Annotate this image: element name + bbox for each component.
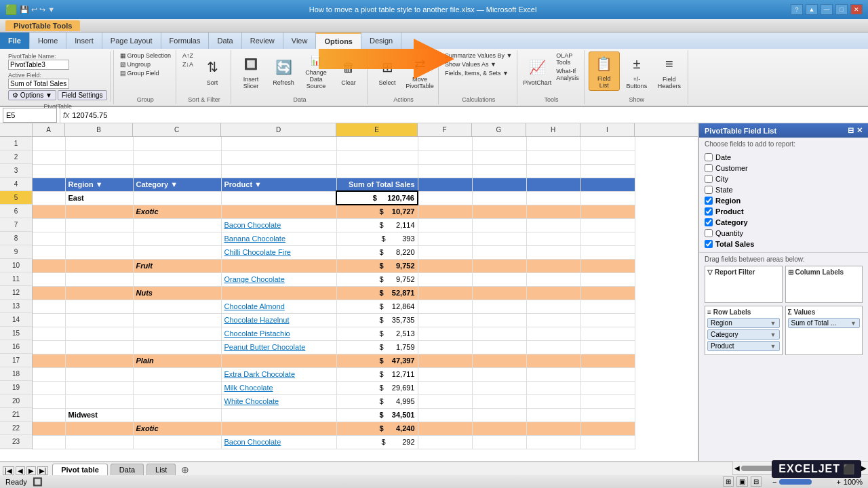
row-10[interactable]: 10	[0, 259, 32, 272]
pivot-name-input[interactable]	[8, 60, 69, 70]
cell-h5[interactable]	[526, 191, 580, 205]
cell-h22[interactable]	[526, 422, 580, 435]
cell-b12[interactable]	[65, 286, 133, 300]
cell-f9[interactable]	[418, 245, 472, 259]
cell-i1[interactable]	[580, 137, 635, 150]
cell-choc-almond[interactable]: Chocolate Almond	[221, 300, 336, 313]
cell-d6[interactable]	[221, 205, 336, 218]
field-customer-check[interactable]	[705, 164, 713, 172]
cell-c7[interactable]	[133, 218, 221, 232]
maximize-button[interactable]: □	[835, 4, 848, 15]
cell-c19[interactable]	[133, 381, 221, 394]
cell-a20[interactable]	[33, 394, 65, 408]
cell-h20[interactable]	[526, 394, 580, 408]
cell-i21[interactable]	[580, 408, 635, 422]
cell-g14[interactable]	[472, 313, 526, 327]
cell-nuts[interactable]: Nuts	[133, 286, 221, 300]
cell-f13[interactable]	[418, 300, 472, 313]
olap-button[interactable]: OLAPTools	[554, 52, 581, 66]
cell-b14[interactable]	[65, 313, 133, 327]
row-2[interactable]: 2	[0, 150, 32, 164]
cell-e22[interactable]: $ 4,240	[336, 422, 418, 435]
ribbon-tab-page-layout[interactable]: Page Layout	[102, 33, 161, 49]
ribbon-tab-insert[interactable]: Insert	[66, 33, 102, 49]
row-16[interactable]: 16	[0, 340, 32, 354]
cell-extradark[interactable]: Extra Dark Chocolate	[221, 367, 336, 381]
cell-e14[interactable]: $ 35,735	[336, 313, 418, 327]
cell-d17[interactable]	[221, 354, 336, 367]
cell-f7[interactable]	[418, 218, 472, 232]
close-button[interactable]: ✕	[850, 4, 863, 15]
cell-b20[interactable]	[65, 394, 133, 408]
cell-fruit[interactable]: Fruit	[133, 259, 221, 272]
cell-a9[interactable]	[33, 245, 65, 259]
ribbon-tab-file[interactable]: File	[0, 33, 30, 49]
cell-a1[interactable]	[33, 137, 65, 150]
col-header-a[interactable]: A	[33, 123, 65, 136]
pt-h-sales[interactable]: Sum of Total Sales	[336, 178, 418, 191]
pt-h-i[interactable]	[580, 178, 635, 191]
minimize-button[interactable]: —	[821, 4, 833, 15]
whatif-button[interactable]: What-IfAnalysis	[554, 67, 581, 82]
cell-east[interactable]: East	[65, 191, 133, 205]
summarize-values-button[interactable]: Summarize Values By ▼	[443, 52, 514, 60]
cell-e7[interactable]: $ 2,114	[336, 218, 418, 232]
cell-c18[interactable]	[133, 367, 221, 381]
row-12[interactable]: 12	[0, 286, 32, 300]
cell-g17[interactable]	[472, 354, 526, 367]
cell-a15[interactable]	[33, 327, 65, 340]
cell-f11[interactable]	[418, 272, 472, 286]
cell-e21[interactable]: $ 34,501	[336, 408, 418, 422]
cell-c23[interactable]	[133, 435, 221, 449]
cell-g23[interactable]	[472, 435, 526, 449]
cell-c1[interactable]	[133, 137, 221, 150]
field-list-close-icon[interactable]: ✕	[856, 126, 863, 135]
cell-a7[interactable]	[33, 218, 65, 232]
cell-g5[interactable]	[472, 191, 526, 205]
row-8[interactable]: 8	[0, 232, 32, 245]
cell-plain[interactable]: Plain	[133, 354, 221, 367]
cell-h19[interactable]	[526, 381, 580, 394]
plus-minus-button[interactable]: ± +/-Buttons	[621, 52, 652, 91]
cell-e9[interactable]: $ 8,220	[336, 245, 418, 259]
cell-g3[interactable]	[472, 164, 526, 178]
row-4[interactable]: 4	[0, 178, 32, 191]
cell-i5[interactable]	[580, 191, 635, 205]
cell-a21[interactable]	[33, 408, 65, 422]
cell-a23[interactable]	[33, 435, 65, 449]
cell-b23[interactable]	[65, 435, 133, 449]
cell-e13[interactable]: $ 12,864	[336, 300, 418, 313]
sort-button[interactable]: ⇅ Sort	[197, 52, 228, 91]
ribbon-tab-view[interactable]: View	[283, 33, 317, 49]
cell-h18[interactable]	[526, 367, 580, 381]
sheet-nav-first[interactable]: |◀	[3, 466, 14, 475]
cell-i20[interactable]	[580, 394, 635, 408]
cell-i13[interactable]	[580, 300, 635, 313]
cell-f3[interactable]	[418, 164, 472, 178]
cell-b1[interactable]	[65, 137, 133, 150]
sheet-tab-pivot[interactable]: Pivot table	[52, 464, 108, 475]
cell-i10[interactable]	[580, 259, 635, 272]
cell-g18[interactable]	[472, 367, 526, 381]
cell-pb-choc[interactable]: Peanut Butter Chocolate	[221, 340, 336, 354]
cell-choc-hazelnut[interactable]: Chocolate Hazelnut	[221, 313, 336, 327]
cell-b3[interactable]	[65, 164, 133, 178]
cell-h3[interactable]	[526, 164, 580, 178]
cell-g13[interactable]	[472, 300, 526, 313]
pt-h-category[interactable]: Category ▼	[133, 178, 221, 191]
cell-d1[interactable]	[221, 137, 336, 150]
col-header-g[interactable]: G	[472, 123, 526, 136]
cell-b19[interactable]	[65, 381, 133, 394]
cell-h6[interactable]	[526, 205, 580, 218]
cell-e10[interactable]: $ 9,752	[336, 259, 418, 272]
cell-g1[interactable]	[472, 137, 526, 150]
cell-a11[interactable]	[33, 272, 65, 286]
cell-a3[interactable]	[33, 164, 65, 178]
category-chip[interactable]: Category ▼	[707, 329, 780, 340]
row-22[interactable]: 22	[0, 422, 32, 435]
cell-d10[interactable]	[221, 259, 336, 272]
cell-g9[interactable]	[472, 245, 526, 259]
cell-g2[interactable]	[472, 150, 526, 164]
pt-h-a[interactable]	[33, 178, 65, 191]
sheet-nav-prev[interactable]: ◀	[16, 466, 25, 475]
